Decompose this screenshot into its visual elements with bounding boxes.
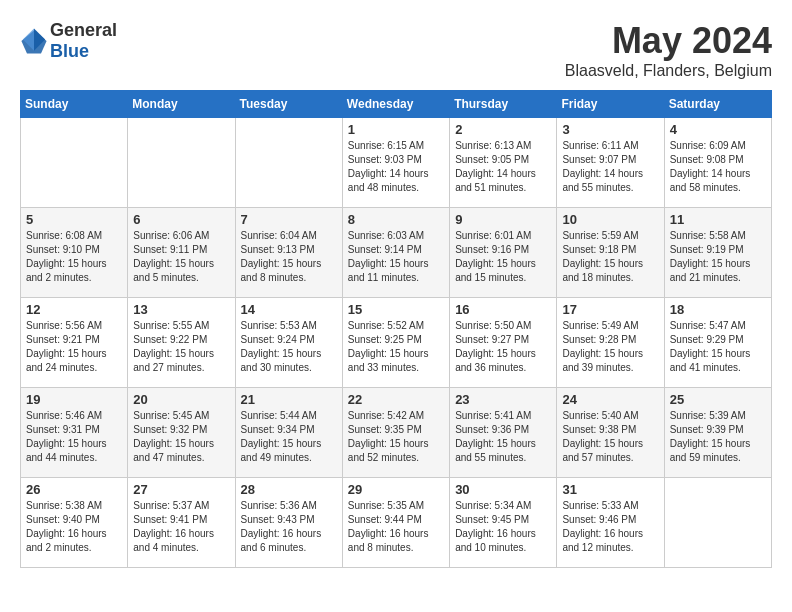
day-number: 18: [670, 302, 766, 317]
week-row-5: 26Sunrise: 5:38 AM Sunset: 9:40 PM Dayli…: [21, 478, 772, 568]
day-cell: 26Sunrise: 5:38 AM Sunset: 9:40 PM Dayli…: [21, 478, 128, 568]
day-cell: [235, 118, 342, 208]
day-info: Sunrise: 6:01 AM Sunset: 9:16 PM Dayligh…: [455, 229, 551, 285]
day-cell: 8Sunrise: 6:03 AM Sunset: 9:14 PM Daylig…: [342, 208, 449, 298]
day-number: 5: [26, 212, 122, 227]
day-info: Sunrise: 5:49 AM Sunset: 9:28 PM Dayligh…: [562, 319, 658, 375]
day-number: 6: [133, 212, 229, 227]
day-cell: 14Sunrise: 5:53 AM Sunset: 9:24 PM Dayli…: [235, 298, 342, 388]
calendar-table: SundayMondayTuesdayWednesdayThursdayFrid…: [20, 90, 772, 568]
day-info: Sunrise: 5:59 AM Sunset: 9:18 PM Dayligh…: [562, 229, 658, 285]
day-number: 2: [455, 122, 551, 137]
day-cell: [21, 118, 128, 208]
day-number: 28: [241, 482, 337, 497]
day-cell: [128, 118, 235, 208]
day-cell: 12Sunrise: 5:56 AM Sunset: 9:21 PM Dayli…: [21, 298, 128, 388]
day-info: Sunrise: 5:58 AM Sunset: 9:19 PM Dayligh…: [670, 229, 766, 285]
logo-icon: [20, 27, 48, 55]
day-info: Sunrise: 5:33 AM Sunset: 9:46 PM Dayligh…: [562, 499, 658, 555]
day-info: Sunrise: 5:56 AM Sunset: 9:21 PM Dayligh…: [26, 319, 122, 375]
day-info: Sunrise: 6:08 AM Sunset: 9:10 PM Dayligh…: [26, 229, 122, 285]
day-number: 27: [133, 482, 229, 497]
day-number: 23: [455, 392, 551, 407]
day-number: 7: [241, 212, 337, 227]
logo-text: General Blue: [50, 20, 117, 62]
day-cell: 1Sunrise: 6:15 AM Sunset: 9:03 PM Daylig…: [342, 118, 449, 208]
day-cell: 17Sunrise: 5:49 AM Sunset: 9:28 PM Dayli…: [557, 298, 664, 388]
day-cell: 10Sunrise: 5:59 AM Sunset: 9:18 PM Dayli…: [557, 208, 664, 298]
column-header-sunday: Sunday: [21, 91, 128, 118]
day-number: 17: [562, 302, 658, 317]
day-number: 9: [455, 212, 551, 227]
day-cell: 28Sunrise: 5:36 AM Sunset: 9:43 PM Dayli…: [235, 478, 342, 568]
column-header-monday: Monday: [128, 91, 235, 118]
day-info: Sunrise: 5:47 AM Sunset: 9:29 PM Dayligh…: [670, 319, 766, 375]
day-info: Sunrise: 5:55 AM Sunset: 9:22 PM Dayligh…: [133, 319, 229, 375]
day-cell: 7Sunrise: 6:04 AM Sunset: 9:13 PM Daylig…: [235, 208, 342, 298]
day-info: Sunrise: 5:38 AM Sunset: 9:40 PM Dayligh…: [26, 499, 122, 555]
title-section: May 2024 Blaasveld, Flanders, Belgium: [565, 20, 772, 80]
week-row-2: 5Sunrise: 6:08 AM Sunset: 9:10 PM Daylig…: [21, 208, 772, 298]
logo-blue: Blue: [50, 41, 89, 61]
day-number: 31: [562, 482, 658, 497]
day-info: Sunrise: 5:41 AM Sunset: 9:36 PM Dayligh…: [455, 409, 551, 465]
day-number: 21: [241, 392, 337, 407]
column-header-saturday: Saturday: [664, 91, 771, 118]
day-cell: 6Sunrise: 6:06 AM Sunset: 9:11 PM Daylig…: [128, 208, 235, 298]
day-cell: 5Sunrise: 6:08 AM Sunset: 9:10 PM Daylig…: [21, 208, 128, 298]
day-cell: 18Sunrise: 5:47 AM Sunset: 9:29 PM Dayli…: [664, 298, 771, 388]
day-info: Sunrise: 6:03 AM Sunset: 9:14 PM Dayligh…: [348, 229, 444, 285]
day-info: Sunrise: 5:35 AM Sunset: 9:44 PM Dayligh…: [348, 499, 444, 555]
day-info: Sunrise: 5:40 AM Sunset: 9:38 PM Dayligh…: [562, 409, 658, 465]
month-title: May 2024: [565, 20, 772, 62]
day-info: Sunrise: 6:09 AM Sunset: 9:08 PM Dayligh…: [670, 139, 766, 195]
day-number: 20: [133, 392, 229, 407]
header-row: SundayMondayTuesdayWednesdayThursdayFrid…: [21, 91, 772, 118]
day-info: Sunrise: 5:36 AM Sunset: 9:43 PM Dayligh…: [241, 499, 337, 555]
week-row-1: 1Sunrise: 6:15 AM Sunset: 9:03 PM Daylig…: [21, 118, 772, 208]
day-cell: 29Sunrise: 5:35 AM Sunset: 9:44 PM Dayli…: [342, 478, 449, 568]
day-info: Sunrise: 6:13 AM Sunset: 9:05 PM Dayligh…: [455, 139, 551, 195]
logo: General Blue: [20, 20, 117, 62]
day-cell: 22Sunrise: 5:42 AM Sunset: 9:35 PM Dayli…: [342, 388, 449, 478]
day-number: 26: [26, 482, 122, 497]
day-cell: 4Sunrise: 6:09 AM Sunset: 9:08 PM Daylig…: [664, 118, 771, 208]
day-cell: 15Sunrise: 5:52 AM Sunset: 9:25 PM Dayli…: [342, 298, 449, 388]
day-cell: 21Sunrise: 5:44 AM Sunset: 9:34 PM Dayli…: [235, 388, 342, 478]
location-title: Blaasveld, Flanders, Belgium: [565, 62, 772, 80]
day-info: Sunrise: 5:37 AM Sunset: 9:41 PM Dayligh…: [133, 499, 229, 555]
day-number: 12: [26, 302, 122, 317]
day-cell: 13Sunrise: 5:55 AM Sunset: 9:22 PM Dayli…: [128, 298, 235, 388]
day-cell: 27Sunrise: 5:37 AM Sunset: 9:41 PM Dayli…: [128, 478, 235, 568]
day-info: Sunrise: 6:06 AM Sunset: 9:11 PM Dayligh…: [133, 229, 229, 285]
day-number: 25: [670, 392, 766, 407]
logo-general: General: [50, 20, 117, 40]
day-info: Sunrise: 5:39 AM Sunset: 9:39 PM Dayligh…: [670, 409, 766, 465]
column-header-thursday: Thursday: [450, 91, 557, 118]
day-number: 19: [26, 392, 122, 407]
page-header: General Blue May 2024 Blaasveld, Flander…: [20, 20, 772, 80]
day-cell: 31Sunrise: 5:33 AM Sunset: 9:46 PM Dayli…: [557, 478, 664, 568]
day-cell: 11Sunrise: 5:58 AM Sunset: 9:19 PM Dayli…: [664, 208, 771, 298]
day-number: 22: [348, 392, 444, 407]
day-cell: [664, 478, 771, 568]
day-number: 14: [241, 302, 337, 317]
day-number: 8: [348, 212, 444, 227]
week-row-4: 19Sunrise: 5:46 AM Sunset: 9:31 PM Dayli…: [21, 388, 772, 478]
day-info: Sunrise: 5:53 AM Sunset: 9:24 PM Dayligh…: [241, 319, 337, 375]
day-number: 30: [455, 482, 551, 497]
day-info: Sunrise: 6:15 AM Sunset: 9:03 PM Dayligh…: [348, 139, 444, 195]
day-info: Sunrise: 5:46 AM Sunset: 9:31 PM Dayligh…: [26, 409, 122, 465]
day-info: Sunrise: 5:42 AM Sunset: 9:35 PM Dayligh…: [348, 409, 444, 465]
day-number: 10: [562, 212, 658, 227]
day-number: 16: [455, 302, 551, 317]
day-cell: 25Sunrise: 5:39 AM Sunset: 9:39 PM Dayli…: [664, 388, 771, 478]
day-cell: 23Sunrise: 5:41 AM Sunset: 9:36 PM Dayli…: [450, 388, 557, 478]
day-info: Sunrise: 6:04 AM Sunset: 9:13 PM Dayligh…: [241, 229, 337, 285]
day-info: Sunrise: 5:44 AM Sunset: 9:34 PM Dayligh…: [241, 409, 337, 465]
day-number: 11: [670, 212, 766, 227]
day-info: Sunrise: 5:45 AM Sunset: 9:32 PM Dayligh…: [133, 409, 229, 465]
day-number: 13: [133, 302, 229, 317]
day-number: 29: [348, 482, 444, 497]
day-info: Sunrise: 5:34 AM Sunset: 9:45 PM Dayligh…: [455, 499, 551, 555]
